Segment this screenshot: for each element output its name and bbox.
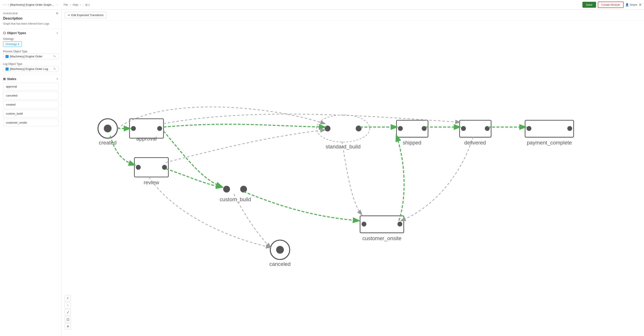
share-icon: 👤 [625,3,629,6]
topbar-dots-menu[interactable]: ··· [3,3,6,7]
node-label-delivered: delivered [464,140,486,146]
log-obj-label: Log Object Type [0,62,61,66]
node-created-inner[interactable] [104,125,112,132]
zoom-controls: + − ⤢ ⊡ ✳ [65,295,71,330]
log-obj-edit-icon[interactable]: ✎ [54,67,56,70]
node-label-custom-build: custom_build [220,196,251,202]
node-label-payment: payment_complete [527,140,572,146]
topbar-right: Save Create Module 👤 Share ≡ [582,2,641,8]
module-count: ⊞ 1 [85,3,90,6]
node-canceled-inner[interactable] [276,246,284,254]
states-icon: ⊞ [3,77,6,81]
sidebar: OVERVIEW ⊟ Description Graph that has be… [0,10,62,336]
edge-created-stdbuild [118,107,325,128]
topbar: ··· > [Machinery] Engine Order Graph ...… [0,0,644,10]
node-label-canceled: canceled [269,261,290,267]
topbar-left: ··· > [Machinery] Engine Order Graph ...… [3,3,582,7]
edit-transitions-button[interactable]: ⇒ Edit Expected Transitions [65,12,106,18]
sidebar-collapse-icon[interactable]: ⊟ [56,12,58,15]
process-obj-field: [Machinery] Engine Order ✎ [3,54,58,59]
node-onsite-out [398,222,402,226]
object-types-section: ⬡ Object Types ∨ [0,28,61,36]
node-review-in [136,165,141,170]
canvas-area: ⇒ Edit Expected Transitions created [62,10,644,336]
object-types-icon: ⬡ [3,31,6,35]
zoom-lock-button[interactable]: ⊡ [65,316,71,322]
edge-onsite-shipped [396,136,404,220]
ontology-chevron: ▾ [18,42,19,46]
log-obj-field: [Machinery] Engine Order Log ✎ [3,66,58,72]
main-layout: OVERVIEW ⊟ Description Graph that has be… [0,10,644,336]
save-button[interactable]: Save [582,2,596,8]
node-label-shipped: shipped [403,140,422,146]
edge-review-canceled [149,177,270,248]
edge-custom-onsite [244,192,359,220]
process-obj-icon [6,55,8,58]
edge-stdbuild-onsite [342,142,361,214]
zoom-star-button[interactable]: ✳ [65,323,71,330]
states-list: approvalcanceledcreatedcustom_buildcusto… [0,83,61,128]
topbar-sub: File ▾ Help ▾ | ⊞ 1 [64,3,90,6]
breadcrumb: > [Machinery] Engine Order Graph ... [8,3,54,6]
node-std-out [356,126,361,131]
page-title: [Machinery] Engine Order Graph ... [10,3,54,6]
process-obj-edit-icon[interactable]: ✎ [54,55,56,58]
states-section: ⊞ States + [0,74,61,83]
process-obj-label: Process Object Type [0,49,61,54]
node-standard-build-bg [316,115,370,142]
edge-review-stdbuild [166,130,325,162]
breadcrumb-sep: > [8,3,9,6]
node-custom-in [223,186,230,193]
edge-review-custombuild [166,169,222,187]
favorite-icon[interactable]: ☆ [56,3,59,6]
node-approval-in [131,126,136,131]
menu-button[interactable]: ≡ [639,2,641,7]
node-custom-out [240,186,247,193]
edge-delivered-onsite [402,137,473,221]
help-menu[interactable]: Help [73,3,78,6]
zoom-in-button[interactable]: + [65,295,71,301]
share-button[interactable]: 👤 Share [625,3,638,6]
overview-label: OVERVIEW ⊟ [0,10,61,16]
states-add-icon[interactable]: + [56,77,58,81]
ontology-label: Ontology [0,36,61,41]
zoom-fit-button[interactable]: ⤢ [65,309,71,315]
node-payment[interactable] [525,120,574,137]
canvas-toolbar: ⇒ Edit Expected Transitions [62,10,644,21]
description-title: Description [0,16,61,21]
file-menu[interactable]: File [64,3,68,6]
state-item-created[interactable]: created [3,101,58,108]
node-payment-out [567,126,572,131]
node-shipped-in [398,126,403,131]
log-obj-icon [6,68,8,70]
node-std-in [325,126,330,131]
graph-canvas[interactable]: created approval review custom_build sta… [62,23,644,336]
state-item-approval[interactable]: approval [3,83,58,90]
states-title: ⊞ States [3,77,16,81]
object-types-title: ⬡ Object Types [3,31,26,35]
edge-approval-delivered [164,114,460,124]
node-label-onsite: customer_onsite [362,235,402,241]
edge-approval-stdbuild [164,124,325,127]
state-item-customer_onsite[interactable]: customer_onsite [3,119,58,126]
zoom-out-button[interactable]: − [65,302,71,308]
create-module-button[interactable]: Create Module [598,2,624,8]
object-types-chevron[interactable]: ∨ [56,32,58,34]
node-label-review: review [144,180,159,185]
ontology-dropdown[interactable]: Ontology ▾ [3,41,22,47]
description-text: Graph that has been inferred from Logs [0,21,61,28]
node-onsite-in [362,222,366,226]
transitions-arrow-icon: ⇒ [68,14,70,17]
state-item-custom_build[interactable]: custom_build [3,110,58,118]
node-payment-in [526,126,532,131]
state-item-canceled[interactable]: canceled [3,92,58,100]
node-delivered-in [461,126,466,131]
node-customer-onsite[interactable] [360,216,404,233]
node-approval-out [157,126,162,131]
node-label-approval: approval [136,136,157,142]
